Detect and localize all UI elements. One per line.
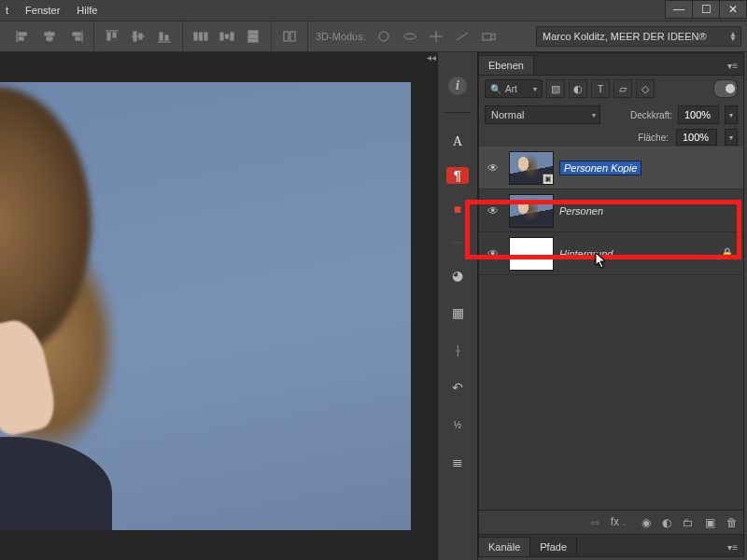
layer-name[interactable]: Hintergrund	[559, 248, 721, 259]
swatches-panel-icon[interactable]: ▦	[445, 301, 470, 325]
filter-shape-icon[interactable]: ▱	[613, 79, 632, 98]
chevron-down-icon: ▾	[533, 85, 537, 93]
align-bottom-icon[interactable]	[156, 29, 173, 44]
svg-rect-14	[139, 34, 142, 39]
layer-thumbnail[interactable]	[509, 237, 554, 271]
close-button[interactable]: ✕	[719, 0, 747, 19]
new-group-icon[interactable]: 🗀	[683, 516, 694, 529]
layer-name[interactable]: Personen	[559, 205, 740, 217]
fill-stepper[interactable]: ▾	[725, 129, 738, 146]
svg-rect-5	[47, 37, 52, 40]
menu-item-hilfe[interactable]: Hilfe	[77, 5, 97, 16]
align-center-v-icon[interactable]	[130, 29, 147, 44]
new-adjustment-icon[interactable]: ◐	[662, 516, 671, 529]
3d-rotate-icon[interactable]	[402, 29, 418, 44]
fill-input[interactable]: 100%	[676, 129, 717, 146]
blend-mode-dropdown[interactable]: Normal ▾	[485, 105, 600, 124]
swatch-panel-icon[interactable]: ■	[445, 197, 470, 221]
new-layer-icon[interactable]: ▣	[705, 516, 715, 529]
3d-orbit-icon[interactable]	[375, 29, 392, 44]
align-right-icon[interactable]	[67, 29, 84, 44]
panel-menu-icon[interactable]: ▾≡	[722, 57, 743, 75]
layer-fx-icon[interactable]: fx﹒	[611, 514, 630, 530]
color-panel-icon[interactable]: ◕	[445, 263, 470, 287]
visibility-toggle[interactable]: 👁	[483, 247, 503, 260]
visibility-toggle[interactable]: 👁	[483, 161, 503, 175]
tab-collapse-icon[interactable]: ◂◂	[426, 52, 437, 69]
lock-icon: 🔒	[721, 247, 734, 259]
align-top-icon[interactable]	[104, 29, 120, 44]
styles-panel-icon[interactable]: ⟊	[445, 338, 470, 362]
distribute-center-icon[interactable]	[218, 29, 235, 44]
filter-pixel-icon[interactable]: ▧	[546, 79, 565, 98]
svg-rect-8	[76, 37, 80, 40]
chevron-updown-icon: ▲▼	[729, 32, 737, 41]
chevron-down-icon: ▾	[592, 111, 596, 119]
3d-pan-icon[interactable]	[428, 29, 444, 44]
svg-rect-1	[19, 33, 26, 35]
3d-camera-icon[interactable]	[480, 29, 497, 44]
opacity-input[interactable]: 100%	[678, 105, 719, 124]
auto-align-icon[interactable]	[281, 29, 298, 44]
document-area: ◂◂	[0, 52, 437, 560]
menu-item-fenster[interactable]: Fenster	[25, 5, 60, 16]
link-layers-icon[interactable]: ⇔	[590, 516, 599, 529]
svg-rect-23	[231, 33, 233, 40]
svg-rect-16	[160, 33, 162, 40]
layer-row-personen-kopie[interactable]: 👁 ▣ Personen Kopie	[479, 147, 743, 189]
tab-kanaele[interactable]: Kanäle	[479, 537, 530, 556]
character-panel-icon[interactable]: A	[445, 130, 470, 154]
distribute-h-icon[interactable]	[192, 29, 209, 44]
align-left-icon[interactable]	[15, 29, 32, 44]
maximize-button[interactable]: ☐	[692, 0, 720, 19]
filter-text-icon[interactable]: T	[591, 79, 610, 98]
menu-item-prev[interactable]: t	[6, 5, 8, 16]
info-panel-icon[interactable]: i	[448, 77, 467, 95]
distribute-v-icon[interactable]	[245, 29, 261, 44]
svg-rect-27	[284, 32, 289, 41]
history-panel-icon[interactable]: ↶	[445, 375, 470, 399]
search-icon: 🔍	[490, 84, 501, 94]
svg-rect-34	[483, 34, 491, 40]
svg-rect-24	[248, 31, 258, 34]
filter-adjust-icon[interactable]: ◐	[569, 79, 587, 98]
svg-point-30	[404, 34, 416, 39]
svg-rect-28	[290, 32, 295, 41]
adjustments-panel-icon[interactable]: ½	[445, 413, 470, 437]
options-bar: 3D-Modus: Marco Kolditz, MEER DER IDEEN®…	[0, 21, 747, 52]
filter-type-label: Art	[505, 84, 517, 94]
tab-pfade[interactable]: Pfade	[530, 538, 577, 556]
layer-thumbnail[interactable]	[509, 194, 554, 228]
layer-row-hintergrund[interactable]: 👁 Hintergrund 🔒	[479, 232, 743, 275]
layer-name-input[interactable]: Personen Kopie	[559, 161, 641, 175]
smart-object-badge-icon: ▣	[543, 174, 554, 185]
delete-layer-icon[interactable]: 🗑	[726, 516, 738, 529]
layer-list: 👁 ▣ Personen Kopie 👁 Personen 👁 Hintergr…	[479, 147, 743, 510]
workspace-dropdown[interactable]: Marco Kolditz, MEER DER IDEEN® ▲▼	[536, 26, 741, 47]
svg-point-29	[379, 32, 388, 41]
visibility-toggle[interactable]: 👁	[483, 204, 503, 217]
3d-slide-icon[interactable]	[454, 29, 471, 44]
minimize-button[interactable]: —	[665, 0, 693, 19]
actions-panel-icon[interactable]: ≣	[445, 450, 470, 474]
align-center-h-icon[interactable]	[41, 29, 58, 44]
layers-panel-footer: ⇔ fx﹒ ◉ ◐ 🗀 ▣ 🗑	[479, 510, 743, 534]
opacity-stepper[interactable]: ▾	[725, 105, 738, 124]
collapsed-panels-dock: i A ¶ ■ ····· ◕ ▦ ⟊ ↶ ½ ≣	[437, 52, 478, 560]
filter-smart-icon[interactable]: ◇	[636, 79, 655, 98]
panel-menu-icon[interactable]: ▾≡	[722, 539, 743, 556]
add-mask-icon[interactable]: ◉	[641, 516, 651, 529]
window-controls: — ☐ ✕	[666, 0, 747, 19]
workspace-label: Marco Kolditz, MEER DER IDEEN®	[543, 31, 707, 42]
layer-thumbnail[interactable]: ▣	[509, 151, 554, 185]
tab-ebenen[interactable]: Ebenen	[479, 55, 534, 75]
svg-rect-4	[45, 33, 54, 35]
filter-toggle[interactable]	[713, 79, 738, 98]
svg-rect-2	[19, 37, 23, 40]
lock-fill-row: Fläche: 100% ▾	[479, 128, 743, 147]
fill-label: Fläche:	[638, 133, 669, 143]
paragraph-panel-icon[interactable]: ¶	[446, 167, 469, 184]
layer-row-personen[interactable]: 👁 Personen	[479, 189, 743, 232]
layer-filter-dropdown[interactable]: 🔍 Art ▾	[485, 79, 543, 98]
canvas[interactable]	[0, 82, 411, 530]
